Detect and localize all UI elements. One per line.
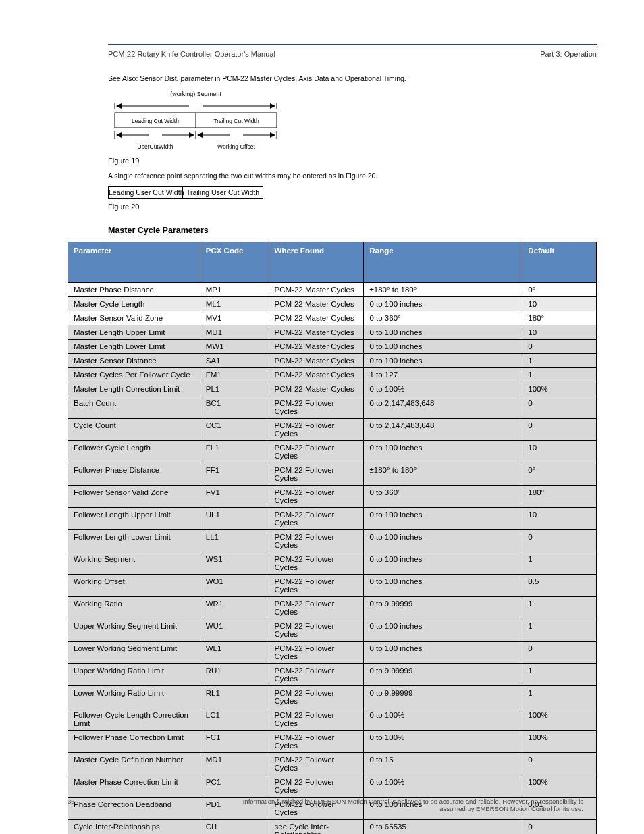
table-cell: 0 (522, 419, 597, 441)
table-row: Master Length Upper LimitMU1PCM-22 Maste… (68, 325, 597, 340)
table-cell: 100% (522, 382, 597, 396)
table-cell: CI1 (200, 820, 269, 835)
table-cell: see Cycle Inter-Relationships (269, 820, 364, 835)
table-cell: WR1 (200, 597, 269, 619)
table-cell: 180° (522, 311, 597, 325)
table-row: Working OffsetWO1PCM-22 Follower Cycles0… (68, 575, 597, 597)
table-cell: SA1 (200, 354, 269, 368)
table-cell: 0 (522, 820, 597, 835)
table-cell: PCM-22 Follower Cycles (269, 575, 364, 597)
table-cell: 0 to 360° (364, 311, 522, 325)
table-row: Upper Working Ratio LimitRU1PCM-22 Follo… (68, 664, 597, 686)
table-cell: BC1 (200, 396, 269, 419)
table-cell: 0 to 100% (364, 775, 522, 798)
table-cell: PCM-22 Follower Cycles (269, 396, 364, 419)
table-cell: MP1 (200, 283, 269, 297)
table-row: Master Cycles Per Follower CycleFM1PCM-2… (68, 368, 597, 382)
fig19-bottom-right: Working Offset (217, 143, 256, 150)
figure-20-caption: A single reference point separating the … (108, 172, 597, 180)
table-cell: 1 (522, 619, 597, 642)
table-cell: 100% (522, 775, 597, 798)
table-cell: 0 to 100 inches (364, 619, 522, 642)
figure-19: (working) Segment Leading Cut Width Trai… (108, 89, 597, 165)
table-cell: RU1 (200, 664, 269, 686)
table-cell: Master Length Lower Limit (68, 340, 200, 354)
table-cell: 0 to 360° (364, 486, 522, 508)
table-cell: 0 to 65535 (364, 820, 522, 835)
figure-20-diagram: Leading User Cut WidthTrailing User Cut … (108, 186, 597, 199)
table-cell: PCM-22 Follower Cycles (269, 463, 364, 486)
table-cell: PCM-22 Master Cycles (269, 340, 364, 354)
table-cell: WS1 (200, 552, 269, 575)
table-cell: PCM-22 Follower Cycles (269, 530, 364, 552)
table-row: Master Phase Correction LimitPC1PCM-22 F… (68, 775, 597, 798)
page-footer: 36 Information furnished by EMERSON Moti… (68, 798, 583, 812)
table-cell: Working Ratio (68, 597, 200, 619)
table-cell: PCM-22 Follower Cycles (269, 753, 364, 775)
table-cell: 0 to 100 inches (364, 340, 522, 354)
fig19-top-label: (working) Segment (170, 90, 221, 97)
parameter-table: Parameter PCX Code Where Found Range Def… (68, 242, 597, 834)
table-cell: PCM-22 Master Cycles (269, 311, 364, 325)
table-cell: PCM-22 Follower Cycles (269, 664, 364, 686)
table-row: Working SegmentWS1PCM-22 Follower Cycles… (68, 552, 597, 575)
table-row: Master Cycle Definition NumberMD1PCM-22 … (68, 753, 597, 775)
table-cell: Working Offset (68, 575, 200, 597)
table-cell: Working Segment (68, 552, 200, 575)
table-row: Follower Cycle Length Correction LimitLC… (68, 708, 597, 731)
table-cell: 0 to 9.99999 (364, 597, 522, 619)
table-cell: PCM-22 Master Cycles (269, 297, 364, 311)
table-cell: 10 (522, 325, 597, 340)
table-cell: MU1 (200, 325, 269, 340)
table-row: Upper Working Segment LimitWU1PCM-22 Fol… (68, 619, 597, 642)
table-cell: 0 to 100 inches (364, 354, 522, 368)
table-cell: ML1 (200, 297, 269, 311)
table-row: Master Length Lower LimitMW1PCM-22 Maste… (68, 340, 597, 354)
table-cell: Follower Cycle Length Correction Limit (68, 708, 200, 731)
table-cell: Lower Working Segment Limit (68, 642, 200, 664)
table-cell: PCM-22 Follower Cycles (269, 642, 364, 664)
th-where: Where Found (269, 242, 364, 283)
table-cell: ±180° to 180° (364, 283, 522, 297)
table-cell: UL1 (200, 508, 269, 530)
th-range: Range (364, 242, 522, 283)
table-cell: PCM-22 Follower Cycles (269, 441, 364, 463)
table-cell: Master Cycle Length (68, 297, 200, 311)
table-row: Follower Length Lower LimitLL1PCM-22 Fol… (68, 530, 597, 552)
table-cell: Master Sensor Distance (68, 354, 200, 368)
table-cell: MD1 (200, 753, 269, 775)
table-cell: 1 (522, 354, 597, 368)
table-cell: PCM-22 Follower Cycles (269, 552, 364, 575)
table-cell: Follower Sensor Valid Zone (68, 486, 200, 508)
table-row: Follower Length Upper LimitUL1PCM-22 Fol… (68, 508, 597, 530)
header-left: PCM-22 Rotary Knife Controller Operator'… (108, 50, 275, 58)
table-cell: 180° (522, 486, 597, 508)
table-cell: Master Sensor Valid Zone (68, 311, 200, 325)
table-cell: 100% (522, 708, 597, 731)
table-cell: 1 (522, 686, 597, 708)
table-cell: PCM-22 Master Cycles (269, 283, 364, 297)
table-cell: 0 to 100 inches (364, 642, 522, 664)
fig19-bottom-left: UserCutWidth (138, 143, 173, 150)
table-cell: 100% (522, 731, 597, 753)
table-cell: Upper Working Ratio Limit (68, 664, 200, 686)
table-cell: 0 to 100 inches (364, 325, 522, 340)
table-row: Follower Sensor Valid ZoneFV1PCM-22 Foll… (68, 486, 597, 508)
table-cell: 0 to 9.99999 (364, 686, 522, 708)
table-cell: Follower Phase Distance (68, 463, 200, 486)
see-also-text: See Also: Sensor Dist. parameter in PCM-… (108, 74, 597, 82)
th-default: Default (522, 242, 597, 283)
table-cell: 1 (522, 552, 597, 575)
table-cell: 0 to 2,147,483,648 (364, 419, 522, 441)
table-cell: PCM-22 Follower Cycles (269, 419, 364, 441)
table-cell: ±180° to 180° (364, 463, 522, 486)
fig20-left-cell: Leading User Cut Width (108, 186, 182, 199)
table-cell: 0 to 2,147,483,648 (364, 396, 522, 419)
table-row: Batch CountBC1PCM-22 Follower Cycles0 to… (68, 396, 597, 419)
fig19-right-cell: Trailing Cut Width (213, 118, 259, 124)
fig20-right-cell: Trailing User Cut Width (182, 186, 263, 199)
table-cell: PCM-22 Master Cycles (269, 382, 364, 396)
table-cell: PC1 (200, 775, 269, 798)
table-cell: FF1 (200, 463, 269, 486)
table-cell: 0 to 100 inches (364, 552, 522, 575)
